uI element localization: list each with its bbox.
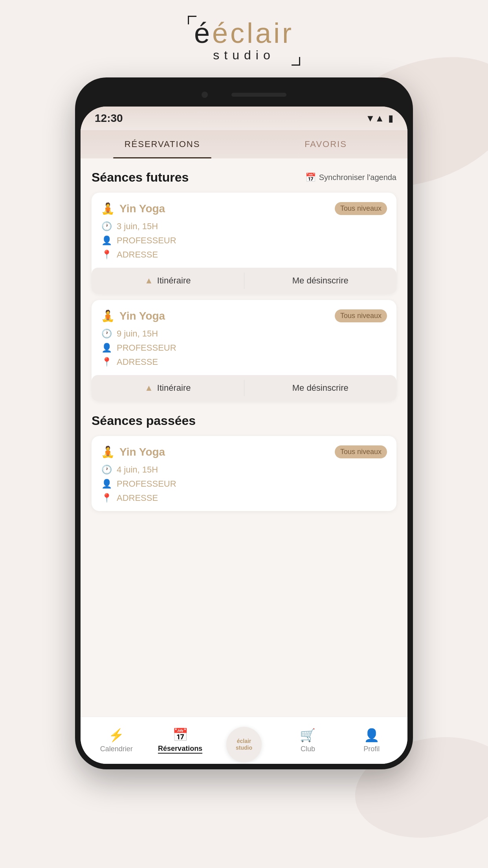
- past-card-top-1: 🧘 Yin Yoga Tous niveaux: [101, 445, 387, 458]
- nav-reservations[interactable]: 📅 Réservations: [148, 727, 212, 754]
- club-label: Club: [301, 745, 315, 753]
- date-row-1: 🕐 3 juin, 15H: [101, 221, 387, 232]
- tab-reservations[interactable]: RÉSERVATIONS: [81, 130, 244, 158]
- session-title-1: Yin Yoga: [119, 202, 165, 215]
- session-teacher-1: PROFESSEUR: [117, 235, 176, 246]
- eclair-center-logo-text: éclair studio: [236, 738, 252, 751]
- tab-favoris[interactable]: FAVORIS: [244, 130, 407, 158]
- past-card-details-1: 🕐 4 juin, 15H 👤 PROFESSEUR 📍 ADRESSE: [101, 465, 387, 511]
- session-teacher-2: PROFESSEUR: [117, 343, 176, 353]
- past-clock-icon-1: 🕐: [101, 465, 112, 475]
- person-icon-1: 🧘: [101, 202, 115, 215]
- session-date-2: 9 juin, 15H: [117, 329, 158, 339]
- session-title-2: Yin Yoga: [119, 310, 165, 322]
- profil-icon: 👤: [364, 728, 380, 743]
- card-actions-1: ▲ Itinéraire Me désinscrire: [92, 268, 396, 294]
- phone-screen: 12:30 ▼▲ ▮ RÉSERVATIONS FAVORIS Séances …: [81, 107, 407, 764]
- calendrier-icon: ⚡: [108, 728, 124, 743]
- location-icon-2: 📍: [101, 357, 112, 367]
- nav-club[interactable]: 🛒 Club: [276, 728, 339, 753]
- date-row-2: 🕐 9 juin, 15H: [101, 329, 387, 339]
- teacher-row-1: 👤 PROFESSEUR: [101, 235, 387, 246]
- app-logo-area: ééclair studio: [188, 16, 300, 66]
- address-row-2: 📍 ADRESSE: [101, 357, 387, 367]
- session-address-1: ADRESSE: [117, 250, 158, 260]
- status-time: 12:30: [95, 112, 123, 125]
- past-person-icon-1: 🧘: [101, 445, 115, 458]
- past-card-title-row-1: 🧘 Yin Yoga: [101, 445, 165, 458]
- calendrier-label: Calendrier: [100, 745, 133, 753]
- teacher-icon-2: 👤: [101, 343, 112, 353]
- camera-dot: [202, 92, 208, 98]
- card-details-1: 🕐 3 juin, 15H 👤 PROFESSEUR 📍 ADRESSE: [101, 221, 387, 268]
- logo-container: ééclair studio: [188, 16, 300, 66]
- teacher-icon-1: 👤: [101, 235, 112, 246]
- future-sessions-title: Séances futures: [92, 170, 189, 185]
- desinscrire-button-2[interactable]: Me désinscrire: [244, 375, 397, 401]
- phone-notch: [81, 83, 407, 107]
- sync-agenda-button[interactable]: 📅 Synchroniser l'agenda: [305, 173, 396, 183]
- past-session-card-1: 🧘 Yin Yoga Tous niveaux 🕐 4 juin, 15H 👤 …: [92, 436, 396, 511]
- tab-bar: RÉSERVATIONS FAVORIS: [81, 130, 407, 158]
- session-address-2: ADRESSE: [117, 357, 158, 367]
- person-icon-2: 🧘: [101, 309, 115, 322]
- reservations-icon: 📅: [172, 727, 188, 742]
- club-icon: 🛒: [300, 728, 316, 743]
- past-sessions-header: Séances passées: [92, 414, 396, 428]
- clock-icon-1: 🕐: [101, 221, 112, 232]
- navigate-icon-2: ▲: [145, 383, 153, 393]
- past-teacher-icon-1: 👤: [101, 479, 112, 489]
- nav-eclair-center[interactable]: éclair studio: [212, 727, 276, 754]
- reservations-label: Réservations: [158, 745, 202, 754]
- status-bar: 12:30 ▼▲ ▮: [81, 107, 407, 130]
- future-session-card-1: 🧘 Yin Yoga Tous niveaux 🕐 3 juin, 15H 👤 …: [92, 193, 396, 294]
- logo-text-sub: studio: [194, 48, 294, 63]
- main-content[interactable]: Séances futures 📅 Synchroniser l'agenda …: [81, 158, 407, 717]
- logo-bracket-tl: [188, 16, 196, 24]
- eclair-logo-circle: éclair studio: [226, 727, 262, 762]
- itineraire-button-1[interactable]: ▲ Itinéraire: [92, 268, 244, 294]
- card-top-1: 🧘 Yin Yoga Tous niveaux: [101, 202, 387, 215]
- past-date-row-1: 🕐 4 juin, 15H: [101, 465, 387, 475]
- logo-bracket-br: [292, 57, 300, 66]
- future-session-card-2: 🧘 Yin Yoga Tous niveaux 🕐 9 juin, 15H 👤 …: [92, 300, 396, 401]
- itineraire-button-2[interactable]: ▲ Itinéraire: [92, 375, 244, 401]
- status-icons: ▼▲ ▮: [365, 113, 393, 124]
- past-session-title-1: Yin Yoga: [119, 446, 165, 458]
- calendar-sync-icon: 📅: [305, 173, 316, 183]
- card-actions-2: ▲ Itinéraire Me désinscrire: [92, 375, 396, 401]
- past-session-teacher-1: PROFESSEUR: [117, 479, 176, 489]
- past-address-row-1: 📍 ADRESSE: [101, 493, 387, 503]
- future-sessions-header: Séances futures 📅 Synchroniser l'agenda: [92, 170, 396, 185]
- past-teacher-row-1: 👤 PROFESSEUR: [101, 479, 387, 489]
- card-title-row-2: 🧘 Yin Yoga: [101, 309, 165, 322]
- level-badge-2: Tous niveaux: [335, 309, 387, 322]
- past-level-badge-1: Tous niveaux: [335, 445, 387, 458]
- past-session-date-1: 4 juin, 15H: [117, 465, 158, 475]
- nav-profil[interactable]: 👤 Profil: [340, 728, 404, 753]
- session-date-1: 3 juin, 15H: [117, 221, 158, 232]
- phone-mockup: 12:30 ▼▲ ▮ RÉSERVATIONS FAVORIS Séances …: [75, 77, 413, 769]
- bottom-nav: ⚡ Calendrier 📅 Réservations éclair studi…: [81, 717, 407, 764]
- location-icon-1: 📍: [101, 250, 112, 260]
- battery-icon: ▮: [388, 113, 393, 124]
- card-details-2: 🕐 9 juin, 15H 👤 PROFESSEUR 📍 ADRESSE: [101, 329, 387, 375]
- clock-icon-2: 🕐: [101, 329, 112, 339]
- navigate-icon-1: ▲: [145, 276, 153, 286]
- teacher-row-2: 👤 PROFESSEUR: [101, 343, 387, 353]
- past-sessions-title: Séances passées: [92, 414, 196, 428]
- past-location-icon-1: 📍: [101, 493, 112, 503]
- nav-calendrier[interactable]: ⚡ Calendrier: [84, 728, 148, 753]
- level-badge-1: Tous niveaux: [335, 202, 387, 215]
- wifi-icon: ▼▲: [365, 113, 384, 124]
- desinscrire-button-1[interactable]: Me désinscrire: [244, 268, 397, 294]
- past-session-address-1: ADRESSE: [117, 493, 158, 503]
- card-top-2: 🧘 Yin Yoga Tous niveaux: [101, 309, 387, 322]
- address-row-1: 📍 ADRESSE: [101, 250, 387, 260]
- speaker-bar: [231, 93, 286, 97]
- card-title-row-1: 🧘 Yin Yoga: [101, 202, 165, 215]
- profil-label: Profil: [363, 745, 380, 753]
- logo-text-main: ééclair: [194, 19, 294, 47]
